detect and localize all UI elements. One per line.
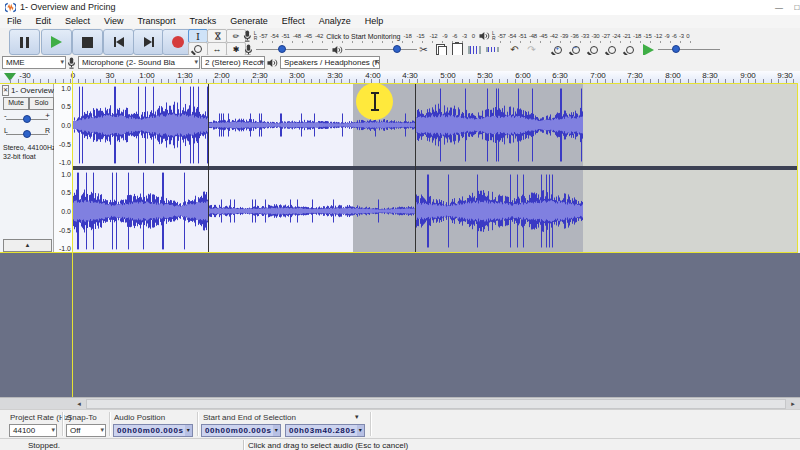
pan-slider-thumb[interactable]	[23, 130, 31, 138]
meter-scale-value: -18	[633, 33, 641, 39]
play-button[interactable]	[41, 29, 72, 55]
menu-item-analyze[interactable]: Analyze	[312, 15, 358, 28]
playback-speed-thumb[interactable]	[672, 45, 680, 53]
skip-to-end-button[interactable]	[133, 29, 164, 55]
title-bar: 1- Overview and Pricing — □	[0, 0, 800, 16]
meter-scale-value: -48	[529, 33, 537, 39]
toolbar-area: I ⋈ ✏ ↔ ✱ LR -57-54-51-48-45-42 Click to…	[0, 28, 800, 56]
pause-button[interactable]	[9, 29, 40, 55]
playback-volume-thumb[interactable]	[393, 45, 401, 53]
stop-button[interactable]	[72, 29, 103, 55]
timeline-label: 2:30	[252, 71, 268, 80]
skip-start-icon	[116, 37, 124, 47]
horizontal-scrollbar-thumb[interactable]	[86, 399, 786, 409]
meter-scale-value: -51	[518, 33, 526, 39]
meter-scale-value: -33	[581, 33, 589, 39]
output-device-speaker-icon	[267, 58, 278, 68]
snap-to-label: Snap-To	[67, 413, 97, 422]
timeline-label: 6:00	[515, 71, 531, 80]
selection-mode-dropdown-icon[interactable]: ▾	[355, 413, 359, 421]
horizontal-scrollbar[interactable]: ◂ ▸	[0, 397, 800, 409]
audio-host-select[interactable]: MME▾	[2, 56, 66, 69]
timeline-label: 6:30	[552, 71, 568, 80]
meter-scale-value: -42	[550, 33, 558, 39]
vertical-ruler-value: -1.0	[59, 245, 71, 252]
meter-scale-value: -27	[602, 33, 610, 39]
mute-button[interactable]: Mute	[3, 97, 29, 110]
timeline-label: -30	[19, 71, 31, 80]
vertical-scale-ruler[interactable]: 1.00.50.0-0.5-1.01.00.50.0-0.5-1.0	[54, 84, 73, 252]
menu-item-effect[interactable]: Effect	[275, 15, 312, 28]
gain-slider[interactable]: - +	[4, 111, 50, 124]
meter-scale-value: -48	[293, 33, 301, 39]
zoom-tool-button[interactable]	[188, 42, 208, 56]
timeline-ruler[interactable]: -300301:001:302:002:303:003:304:004:305:…	[0, 71, 800, 83]
playback-volume-slider[interactable]	[345, 44, 417, 54]
track-focus-border-right	[797, 83, 798, 253]
track-close-button[interactable]: ✕	[2, 85, 9, 96]
vertical-ruler-value: 1.0	[61, 85, 71, 92]
recording-device-select[interactable]: Microphone (2- Sound Bla▾	[78, 56, 200, 69]
minimize-button[interactable]: —	[770, 1, 788, 15]
device-toolbar: MME▾ Microphone (2- Sound Bla▾ 2 (Stereo…	[0, 55, 800, 72]
pan-slider[interactable]: L R	[4, 126, 50, 139]
selection-tool-button[interactable]: I	[188, 29, 208, 43]
vertical-ruler-value: 0.5	[61, 103, 71, 110]
project-rate-select[interactable]: 44100▾	[9, 424, 57, 437]
timeline-label: 8:00	[665, 71, 681, 80]
snap-to-select[interactable]: Off▾	[66, 424, 106, 437]
selection-end-field[interactable]: 00h03m40.280s▾	[285, 424, 365, 437]
meter-scale-value: -3	[679, 33, 684, 39]
menu-item-generate[interactable]: Generate	[223, 15, 275, 28]
time-shift-tool-button[interactable]: ↔	[207, 42, 227, 56]
scissors-icon: ✂	[419, 44, 427, 55]
menu-item-tracks[interactable]: Tracks	[183, 15, 224, 28]
timeline-label: 7:00	[590, 71, 606, 80]
timeline-label: 3:30	[327, 71, 343, 80]
vertical-ruler-value: -0.5	[59, 141, 71, 148]
meter-scale-value: -36	[571, 33, 579, 39]
meter-channel-labels: LR	[492, 31, 496, 41]
chevron-down-icon: ▾	[185, 425, 192, 436]
menu-item-file[interactable]: File	[0, 15, 29, 28]
meter-scale-value: -6	[452, 33, 457, 39]
recording-volume-thumb[interactable]	[278, 45, 286, 53]
meter-scale-value: -39	[560, 33, 568, 39]
selection-start-field[interactable]: 00h00m00.000s▾	[201, 424, 281, 437]
selection-mode-label[interactable]: Start and End of Selection	[203, 413, 296, 422]
chevron-down-icon: ▾	[194, 58, 198, 66]
meter-scale-value: -24	[612, 33, 620, 39]
scroll-right-arrow[interactable]: ▸	[787, 399, 799, 409]
cursor-highlight-circle	[356, 83, 393, 120]
multi-tool-button[interactable]: ✱	[226, 42, 246, 56]
meter-scale-value: 0	[472, 33, 475, 39]
ibeam-tool-icon: I	[196, 31, 200, 42]
track-canvas-background[interactable]	[0, 253, 800, 397]
track-name[interactable]: 1- Overview	[11, 86, 54, 95]
window-title: 1- Overview and Pricing	[20, 0, 116, 15]
waveform-canvas[interactable]	[73, 84, 797, 252]
meter-scale-value: -54	[508, 33, 516, 39]
skip-to-start-button[interactable]	[103, 29, 134, 55]
menu-item-select[interactable]: Select	[58, 15, 97, 28]
playback-speed-slider[interactable]	[658, 44, 720, 54]
menu-item-transport[interactable]: Transport	[130, 15, 182, 28]
meter-scale-value: -12	[429, 33, 437, 39]
envelope-tool-button[interactable]: ⋈	[207, 29, 227, 43]
recording-volume-slider[interactable]	[256, 44, 328, 54]
chevron-down-icon: ▾	[51, 426, 55, 434]
playback-device-select[interactable]: Speakers / Headphones (R▾	[280, 56, 380, 69]
meter-scale-value: -57	[259, 33, 267, 39]
input-device-mic-icon	[67, 57, 76, 69]
recording-channels-select[interactable]: 2 (Stereo) Recor▾	[201, 56, 265, 69]
track-collapse-button[interactable]: ▲	[3, 239, 52, 252]
scroll-left-arrow[interactable]: ◂	[73, 399, 85, 409]
menu-item-view[interactable]: View	[97, 15, 130, 28]
maximize-button[interactable]: □	[788, 1, 800, 15]
menu-item-edit[interactable]: Edit	[29, 15, 59, 28]
gain-slider-thumb[interactable]	[23, 115, 31, 123]
pause-icon	[20, 37, 23, 48]
menu-item-help[interactable]: Help	[358, 15, 391, 28]
solo-button[interactable]: Solo	[29, 97, 54, 110]
audio-position-field[interactable]: 00h00m00.000s▾	[113, 424, 193, 437]
